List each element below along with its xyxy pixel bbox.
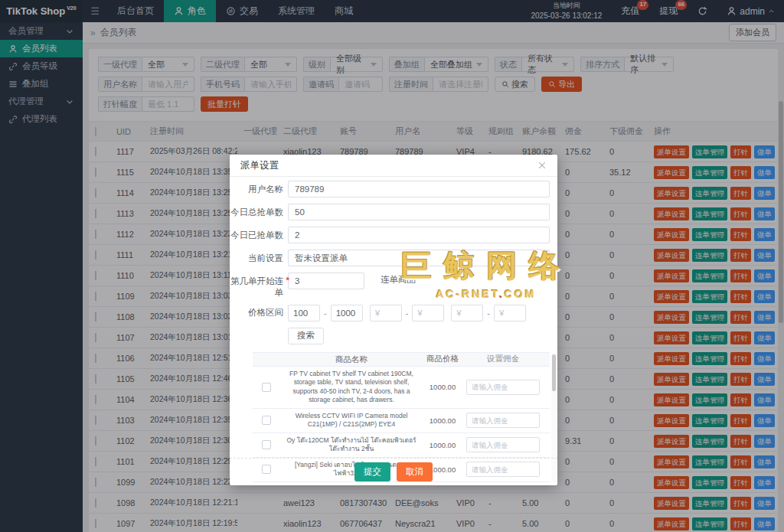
field-input[interactable] <box>288 181 550 197</box>
product-name: Oy โต๊ะ120CM โต๊ะทำงานไม้ โต๊ะคอมพิวเตอร… <box>279 433 423 457</box>
modal-title: 派单设置 <box>240 159 279 172</box>
modal-footer: 提交 取消 <box>230 458 557 485</box>
linked-goods-label: 连单商品* <box>381 274 419 286</box>
modal-body: 用户名称 今日总抢单数 今日已抢单数 当前设置 第几单开始连单* 连单商品* 价… <box>230 177 557 482</box>
price-range-label: 价格区间 <box>230 307 283 318</box>
product-checkbox[interactable] <box>262 383 271 392</box>
product-price: 1000.00 <box>423 383 462 391</box>
product-column-header: 设置佣金 <box>462 351 544 367</box>
dash: - <box>483 308 494 318</box>
product-checkbox[interactable] <box>262 440 271 449</box>
field-label: 今日已抢单数 <box>230 227 283 241</box>
product-table-header: 商品名称商品价格设置佣金 <box>253 353 550 367</box>
product-price: 1000.00 <box>423 416 462 425</box>
modal-header: 派单设置 <box>230 155 557 177</box>
product-row: FP TV cabinet TV shelf TV cabinet 190CM,… <box>253 367 550 409</box>
commission-input[interactable] <box>466 437 540 452</box>
field-label: 用户名称 <box>230 181 283 195</box>
field-label: 当前设置 <box>230 250 283 264</box>
price-min-input[interactable] <box>288 305 320 321</box>
field-input[interactable] <box>288 227 550 243</box>
required-asterisk: * <box>416 275 419 284</box>
field-input[interactable] <box>288 250 550 266</box>
cancel-button[interactable]: 取消 <box>397 462 433 481</box>
field-input[interactable] <box>288 204 550 220</box>
dispatch-settings-modal: 派单设置 用户名称 今日总抢单数 今日已抢单数 当前设置 第几单开始连单* 连单… <box>230 155 557 485</box>
product-name: FP TV cabinet TV shelf TV cabinet 190CM,… <box>279 367 423 408</box>
dash: - <box>402 308 413 318</box>
price-input-4[interactable] <box>412 305 444 321</box>
product-checkbox[interactable] <box>262 416 271 425</box>
price-range-row: 价格区间 - - - <box>230 305 557 321</box>
close-icon[interactable] <box>537 161 547 170</box>
field-label: 今日总抢单数 <box>230 204 283 218</box>
product-column-header: 商品价格 <box>423 354 462 364</box>
commission-input[interactable] <box>466 413 540 428</box>
product-price: 1000.00 <box>423 441 462 449</box>
field-input[interactable] <box>288 273 364 289</box>
product-column-header: 商品名称 <box>279 351 423 367</box>
modal-form-row: 今日总抢单数 <box>230 204 557 220</box>
product-row: Oy โต๊ะ120CM โต๊ะทำงานไม้ โต๊ะคอมพิวเตอร… <box>253 433 550 458</box>
price-max-input[interactable] <box>331 305 363 321</box>
modal-form-row: 用户名称 <box>230 181 557 197</box>
field-label: 第几单开始连单* <box>230 273 283 299</box>
modal-form-row: 当前设置 <box>230 250 557 266</box>
commission-input[interactable] <box>466 380 540 395</box>
price-input-6[interactable] <box>494 305 526 321</box>
scrollbar-thumb[interactable] <box>552 354 556 391</box>
product-name: Wireless CCTV WIFI IP Camera model C21(1… <box>279 409 423 432</box>
modal-search-button[interactable]: 搜索 <box>288 328 324 344</box>
submit-button[interactable]: 提交 <box>354 462 390 481</box>
dash: - <box>320 308 331 318</box>
product-row: Wireless CCTV WIFI IP Camera model C21(1… <box>253 409 550 433</box>
price-input-5[interactable] <box>451 305 483 321</box>
price-input-3[interactable] <box>370 305 402 321</box>
modal-form-row: 今日已抢单数 <box>230 227 557 243</box>
required-asterisk: * <box>286 275 289 286</box>
